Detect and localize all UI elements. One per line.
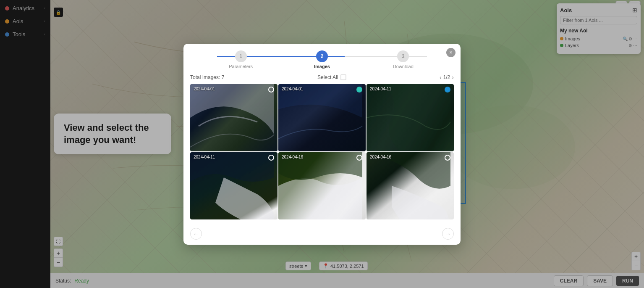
image-date-4: 2024-04-16 bbox=[282, 155, 303, 159]
modal-next-button[interactable]: → bbox=[442, 228, 454, 240]
image-svg-4 bbox=[278, 152, 366, 219]
image-svg-0 bbox=[190, 84, 277, 151]
image-cell-1[interactable]: 2024-04-01 bbox=[278, 84, 366, 151]
image-radio-5[interactable] bbox=[445, 155, 450, 161]
step-download: 3 Download bbox=[363, 50, 444, 69]
image-radio-0[interactable] bbox=[268, 87, 274, 92]
step-2-circle[interactable]: 2 bbox=[316, 50, 328, 62]
image-radio-1[interactable] bbox=[356, 87, 362, 92]
image-date-2: 2024-04-11 bbox=[370, 87, 391, 91]
image-date-5: 2024-04-16 bbox=[370, 155, 391, 159]
step-1-label: Parameters bbox=[229, 64, 253, 69]
image-svg-3 bbox=[190, 152, 277, 219]
step-parameters: 1 Parameters bbox=[200, 50, 281, 69]
image-radio-2[interactable] bbox=[445, 87, 450, 92]
modal-prev-button[interactable]: ← bbox=[190, 228, 202, 240]
modal: × 1 Parameters 2 Images 3 bbox=[183, 44, 461, 245]
step-images: 2 Images bbox=[281, 50, 362, 69]
page-number: 1/2 bbox=[443, 74, 450, 80]
stepper: 1 Parameters 2 Images 3 Download bbox=[183, 44, 461, 72]
step-1-number: 1 bbox=[239, 53, 242, 59]
image-svg-2 bbox=[367, 84, 454, 151]
images-header: Total Images: 7 Select All ‹ 1/2 › bbox=[183, 72, 461, 84]
image-svg-5 bbox=[367, 152, 454, 219]
image-cell-3[interactable]: 2024-04-11 bbox=[190, 152, 277, 219]
modal-navigation: ← → bbox=[183, 225, 461, 245]
step-3-circle[interactable]: 3 bbox=[397, 50, 409, 62]
image-svg-1 bbox=[278, 84, 366, 151]
pagination: ‹ 1/2 › bbox=[440, 74, 454, 81]
step-2-label: Images bbox=[314, 64, 330, 69]
page-prev-arrow[interactable]: ‹ bbox=[440, 74, 442, 81]
image-grid: 2024-04-01 2024-04-01 2024-04-1 bbox=[183, 84, 461, 225]
image-cell-2[interactable]: 2024-04-11 bbox=[367, 84, 454, 151]
modal-overlay[interactable]: × 1 Parameters 2 Images 3 bbox=[0, 0, 644, 288]
image-cell-4[interactable]: 2024-04-16 bbox=[278, 152, 366, 219]
image-date-1: 2024-04-01 bbox=[282, 87, 303, 91]
step-3-label: Download bbox=[393, 64, 414, 69]
step-2-number: 2 bbox=[321, 53, 324, 59]
step-3-number: 3 bbox=[402, 53, 405, 59]
select-all-label: Select All bbox=[317, 74, 338, 80]
image-radio-4[interactable] bbox=[356, 155, 362, 161]
select-all-area: Select All bbox=[317, 74, 346, 80]
image-date-0: 2024-04-01 bbox=[194, 87, 215, 91]
image-date-3: 2024-04-11 bbox=[194, 155, 215, 159]
image-cell-5[interactable]: 2024-04-16 bbox=[367, 152, 454, 219]
modal-close-button[interactable]: × bbox=[446, 48, 456, 57]
page-next-arrow[interactable]: › bbox=[452, 74, 454, 81]
total-images-label: Total Images: 7 bbox=[190, 74, 224, 80]
image-cell-0[interactable]: 2024-04-01 bbox=[190, 84, 277, 151]
image-radio-3[interactable] bbox=[268, 155, 274, 161]
select-all-checkbox[interactable] bbox=[340, 74, 346, 80]
step-1-circle[interactable]: 1 bbox=[235, 50, 247, 62]
